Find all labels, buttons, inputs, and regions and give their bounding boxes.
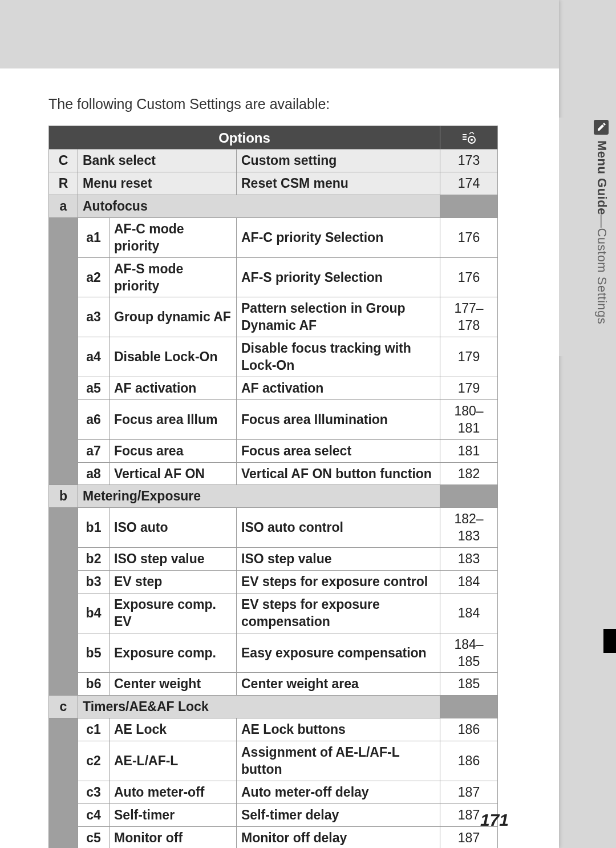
group-spacer (440, 195, 498, 217)
item-code: c4 (78, 803, 110, 826)
page-cell: 174 (440, 172, 498, 195)
item-desc: Focus area Illumination (237, 399, 440, 439)
item-name: ISO auto (110, 508, 237, 548)
table-row: b4Exposure comp. EVEV steps for exposure… (49, 593, 498, 633)
item-name: Center weight (110, 673, 237, 696)
item-name: AF activation (110, 377, 237, 399)
item-page: 176 (440, 257, 498, 297)
item-code: b2 (78, 548, 110, 571)
desc-cell: Reset CSM menu (237, 172, 440, 195)
side-tab-label: Menu Guide—Custom Settings (595, 140, 609, 346)
table-row: c3Auto meter-offAuto meter-off delay187 (49, 781, 498, 803)
item-page: 183 (440, 548, 498, 571)
item-desc: AF activation (237, 377, 440, 399)
item-page: 182–183 (440, 508, 498, 548)
code-cell: C (49, 150, 78, 172)
table-row: a7Focus areaFocus area select181 (49, 439, 498, 462)
svg-point-4 (471, 139, 473, 141)
table-row: a3Group dynamic AFPattern selection in G… (49, 297, 498, 337)
options-header: Options (49, 126, 440, 150)
item-page: 184 (440, 593, 498, 633)
item-page: 179 (440, 337, 498, 377)
side-tab-section: Menu Guide (595, 140, 609, 215)
item-page: 181 (440, 439, 498, 462)
svg-rect-2 (463, 139, 467, 140)
group-header-row: aAutofocus (49, 195, 498, 217)
item-code: a2 (78, 257, 110, 297)
item-page: 179 (440, 377, 498, 399)
item-desc: Self-timer delay (237, 803, 440, 826)
item-desc: AE Lock buttons (237, 718, 440, 741)
item-page: 186 (440, 718, 498, 741)
item-name: AF-C mode priority (110, 217, 237, 257)
table-row: a1AF-C mode priorityAF-C priority Select… (49, 217, 498, 257)
thumb-index-notch (603, 629, 616, 653)
item-page: 177–178 (440, 297, 498, 337)
group-header-row: cTimers/AE&AF Lock (49, 696, 498, 718)
page-cell: 173 (440, 150, 498, 172)
item-desc: Monitor off delay (237, 826, 440, 848)
desc-cell: Custom setting (237, 150, 440, 172)
item-name: Auto meter-off (110, 781, 237, 803)
custom-settings-table: Options CBank selectCustom setting173RMe… (48, 126, 498, 848)
table-row: b6Center weightCenter weight area185 (49, 673, 498, 696)
group-gutter (49, 718, 78, 848)
table-row: b2ISO step valueISO step value183 (49, 548, 498, 571)
group-gutter (49, 217, 78, 485)
item-desc: Pattern selection in Group Dynamic AF (237, 297, 440, 337)
table-row: a4Disable Lock-OnDisable focus tracking … (49, 337, 498, 377)
item-desc: AF-C priority Selection (237, 217, 440, 257)
intro-text: The following Custom Settings are availa… (48, 96, 330, 112)
table-header: Options (49, 126, 498, 150)
item-code: a8 (78, 462, 110, 485)
item-page: 184 (440, 571, 498, 593)
page-icon-header (440, 126, 498, 150)
table-row: a5AF activationAF activation179 (49, 377, 498, 399)
item-code: c1 (78, 718, 110, 741)
item-name: Focus area (110, 439, 237, 462)
item-desc: Assignment of AE-L/AF-L button (237, 741, 440, 781)
item-code: c5 (78, 826, 110, 848)
item-page: 176 (440, 217, 498, 257)
item-desc: AF-S priority Selection (237, 257, 440, 297)
group-spacer (440, 696, 498, 718)
svg-rect-1 (463, 136, 467, 138)
item-name: Disable Lock-On (110, 337, 237, 377)
item-page: 184–185 (440, 633, 498, 673)
item-desc: Vertical AF ON button function (237, 462, 440, 485)
item-code: b4 (78, 593, 110, 633)
item-name: Vertical AF ON (110, 462, 237, 485)
item-name: AE-L/AF-L (110, 741, 237, 781)
item-page: 186 (440, 741, 498, 781)
item-desc: Easy exposure compensation (237, 633, 440, 673)
item-code: b3 (78, 571, 110, 593)
item-desc: ISO step value (237, 548, 440, 571)
item-code: a1 (78, 217, 110, 257)
group-code: a (49, 195, 78, 217)
group-label: Timers/AE&AF Lock (78, 696, 440, 718)
item-name: Group dynamic AF (110, 297, 237, 337)
item-code: b1 (78, 508, 110, 548)
item-name: ISO step value (110, 548, 237, 571)
name-cell: Bank select (78, 150, 237, 172)
item-code: a5 (78, 377, 110, 399)
table-row: c2AE-L/AF-LAssignment of AE-L/AF-L butto… (49, 741, 498, 781)
side-tab-sub: —Custom Settings (595, 215, 609, 324)
table-row: b5Exposure comp.Easy exposure compensati… (49, 633, 498, 673)
group-gutter (49, 508, 78, 696)
item-code: a4 (78, 337, 110, 377)
table-row: CBank selectCustom setting173 (49, 150, 498, 172)
item-desc: EV steps for exposure compensation (237, 593, 440, 633)
page-number: 171 (480, 810, 509, 830)
item-name: Self-timer (110, 803, 237, 826)
item-desc: Focus area select (237, 439, 440, 462)
item-code: a3 (78, 297, 110, 337)
item-name: Focus area Illum (110, 399, 237, 439)
item-page: 180–181 (440, 399, 498, 439)
item-name: AE Lock (110, 718, 237, 741)
item-page: 182 (440, 462, 498, 485)
header-band (0, 0, 559, 68)
item-name: AF-S mode priority (110, 257, 237, 297)
item-desc: ISO auto control (237, 508, 440, 548)
item-page: 187 (440, 781, 498, 803)
